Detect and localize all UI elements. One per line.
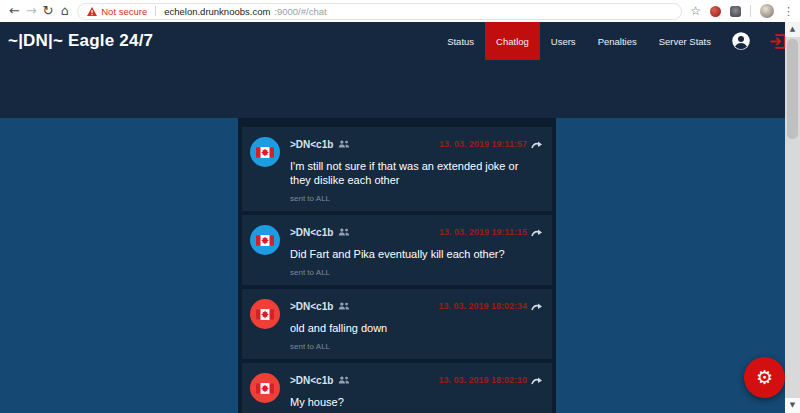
message-sent-to: sent to ALL [290,342,542,351]
not-secure-label[interactable]: Not secure [101,6,147,17]
bookmark-star-icon[interactable]: ☆ [690,4,701,18]
avatar-flag-canada [250,373,280,403]
chatlog-card: >DN<c1b 13. 03. 2019 19:11:57 I'm still … [238,118,556,413]
gear-icon: ⚙ [756,368,773,387]
message-username[interactable]: >DN<c1b [290,301,333,312]
browser-menu-icon[interactable]: ⋮ [783,5,794,18]
message-text: I'm still not sure if that was an extend… [290,159,542,187]
scrollbar-up-icon[interactable]: ▲ [785,22,800,37]
browser-back-icon[interactable]: ← [6,0,23,22]
message-timestamp: 13. 03. 2019 18:02:10 [438,375,527,385]
message-timestamp: 13. 03. 2019 19:11:15 [439,227,527,237]
reply-arrow-icon[interactable] [531,297,542,315]
people-icon [338,302,350,310]
browser-forward-icon[interactable]: → [23,0,40,22]
nav-item-penalties[interactable]: Penalties [587,22,648,60]
message-username[interactable]: >DN<c1b [290,227,333,238]
chat-message: >DN<c1b 13. 03. 2019 18:02:10 My house? … [242,363,552,413]
reply-arrow-icon[interactable] [531,135,542,153]
main-nav: Status Chatlog Users Penalties Server St… [436,22,797,60]
nav-item-chatlog[interactable]: Chatlog [485,22,540,60]
browser-profile-avatar[interactable] [760,4,774,18]
avatar-flag-canada [250,137,280,167]
nav-item-server-stats[interactable]: Server Stats [648,22,722,60]
browser-home-icon[interactable]: ⌂ [56,0,73,22]
app-header: ~|DN|~ Eagle 24/7 Status Chatlog Users P… [0,22,800,60]
extension-icon-2[interactable] [730,6,741,17]
message-username[interactable]: >DN<c1b [290,375,333,386]
nav-item-users[interactable]: Users [540,22,587,60]
message-text: My house? [290,395,542,409]
message-timestamp: 13. 03. 2019 19:11:57 [439,139,527,149]
account-circle-icon[interactable] [722,22,760,60]
settings-fab[interactable]: ⚙ [744,357,785,398]
url-host: echelon.drunknoobs.com [164,6,270,17]
page-scrollbar[interactable]: ▲ ▼ [785,22,800,413]
avatar-flag-canada [250,299,280,329]
reply-arrow-icon[interactable] [531,371,542,389]
address-divider [155,6,156,16]
browser-actions: ☆ ⋮ [690,4,794,18]
app-title: ~|DN|~ Eagle 24/7 [8,31,153,51]
content-area: >DN<c1b 13. 03. 2019 19:11:57 I'm still … [0,118,785,413]
message-sent-to: sent to ALL [290,194,542,203]
chat-message: >DN<c1b 13. 03. 2019 19:11:15 Did Fart a… [242,215,552,285]
filter-toolbar: User Id ▲ ▼ [0,60,800,118]
people-icon [338,228,350,236]
address-bar[interactable]: Not secure echelon.drunknoobs.com:9000/#… [77,3,682,20]
chat-message: >DN<c1b 13. 03. 2019 18:02:34 old and fa… [242,289,552,359]
scrollbar-down-icon[interactable]: ▼ [785,398,800,413]
nav-item-status[interactable]: Status [436,22,485,60]
message-text: old and falling down [290,321,542,335]
url-path: :9000/#/chat [274,6,326,17]
extension-icon-1[interactable] [710,6,721,17]
people-icon [338,140,350,148]
message-timestamp: 13. 03. 2019 18:02:34 [438,301,527,311]
chat-message: >DN<c1b 13. 03. 2019 19:11:57 I'm still … [242,127,552,211]
scrollbar-thumb[interactable] [787,39,798,139]
people-icon [338,376,350,384]
avatar-flag-canada [250,225,280,255]
message-text: Did Fart and Pika eventually kill each o… [290,247,542,261]
not-secure-warning-icon [87,7,97,16]
browser-chrome: ← → ↻ ⌂ Not secure echelon.drunknoobs.co… [0,0,800,22]
chrome-divider [750,5,751,17]
message-username[interactable]: >DN<c1b [290,139,333,150]
message-sent-to: sent to ALL [290,268,542,277]
reply-arrow-icon[interactable] [531,223,542,241]
browser-reload-icon[interactable]: ↻ [40,0,57,22]
